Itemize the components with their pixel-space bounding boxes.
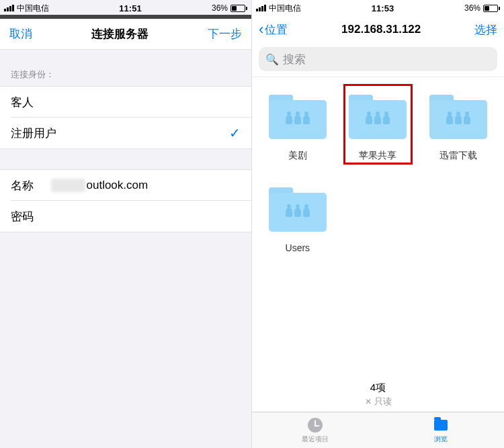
status-bar-right: 中国电信 11:53 36% [252, 0, 504, 15]
back-button[interactable]: ‹ 位置 [259, 22, 288, 38]
search-placeholder: 搜索 [283, 52, 306, 67]
status-bar-left: 中国电信 11:51 36% [0, 0, 251, 15]
tab-browse[interactable]: 浏览 [378, 412, 505, 448]
page-title: 连接服务器 [91, 26, 149, 42]
folder-item-apple-share[interactable]: 苹果共享 [339, 87, 417, 162]
page-title: 192.168.31.122 [341, 23, 421, 36]
folder-label: Users [286, 242, 310, 253]
search-icon: 🔍 [265, 53, 279, 66]
clock-icon [308, 418, 323, 433]
search-container: 🔍 搜索 [252, 44, 504, 77]
time-label: 11:51 [119, 3, 141, 13]
folder-item-meiju[interactable]: 美剧 [259, 87, 337, 162]
chevron-left-icon: ‹ [259, 22, 263, 37]
battery-icon [483, 5, 500, 12]
carrier-label: 中国电信 [17, 3, 49, 14]
x-icon: ✕ [365, 397, 372, 406]
search-input[interactable]: 🔍 搜索 [259, 47, 497, 71]
shared-icon [366, 115, 390, 124]
readonly-text: 只读 [374, 396, 392, 408]
carrier-label: 中国电信 [269, 3, 301, 14]
cancel-button[interactable]: 取消 [9, 26, 32, 42]
name-row[interactable]: 名称 xxxxx outlook.com [0, 170, 251, 201]
phone-right: 中国电信 11:53 36% ‹ 位置 192.168.31.122 选择 🔍 … [252, 0, 504, 448]
tab-label: 最近项目 [302, 435, 329, 444]
back-label: 位置 [265, 22, 288, 38]
folder-icon [349, 95, 407, 139]
next-button[interactable]: 下一步 [208, 26, 242, 42]
folder-tab-icon [434, 420, 448, 431]
name-label: 名称 [11, 178, 51, 193]
folder-grid-area: 美剧 苹果共享 迅雷下载 Users 4项 ✕ 只读 [252, 77, 504, 412]
shared-icon [446, 115, 470, 124]
signal-icon [4, 5, 14, 11]
item-count: 4项 [259, 379, 497, 396]
folder-grid: 美剧 苹果共享 迅雷下载 Users [259, 87, 497, 253]
identity-option-guest[interactable]: 客人 [0, 87, 251, 118]
name-hidden-prefix: xxxxx [51, 179, 85, 192]
folder-icon [429, 95, 487, 139]
folder-label: 迅雷下载 [439, 150, 477, 162]
battery-icon [230, 5, 247, 12]
checkmark-icon: ✓ [229, 125, 241, 141]
identity-option-label: 注册用户 [11, 126, 56, 141]
shared-icon [286, 208, 310, 217]
tab-label: 浏览 [434, 435, 448, 444]
tab-recent[interactable]: 最近项目 [252, 412, 378, 448]
tab-bar: 最近项目 浏览 [252, 412, 504, 448]
identity-list: 客人 注册用户 ✓ [0, 86, 251, 149]
battery-percent: 36% [464, 3, 480, 13]
folder-icon [269, 187, 327, 232]
nav-bar-right: ‹ 位置 192.168.31.122 选择 [252, 15, 504, 44]
name-value: outlook.com [87, 179, 149, 192]
password-row[interactable]: 密码 [0, 201, 251, 232]
identity-option-registered[interactable]: 注册用户 ✓ [0, 118, 251, 148]
identity-option-label: 客人 [11, 95, 34, 110]
folder-icon [269, 95, 327, 139]
signal-icon [256, 5, 266, 11]
section-header-identity: 连接身份： [0, 50, 251, 86]
battery-percent: 36% [212, 3, 228, 13]
folder-item-users[interactable]: Users [259, 179, 337, 253]
phone-left: 中国电信 11:51 36% 取消 连接服务器 下一步 连接身份： 客人 注册用… [0, 0, 252, 448]
credentials-list: 名称 xxxxx outlook.com 密码 [0, 169, 251, 232]
shared-icon [286, 115, 310, 124]
folder-label: 美剧 [288, 150, 307, 162]
folder-label: 苹果共享 [359, 150, 396, 162]
time-label: 11:53 [372, 3, 394, 13]
nav-bar-left: 取消 连接服务器 下一步 [0, 19, 251, 50]
folder-item-xunlei[interactable]: 迅雷下载 [419, 87, 497, 162]
select-button[interactable]: 选择 [474, 22, 497, 38]
readonly-label: ✕ 只读 [259, 396, 497, 412]
password-label: 密码 [11, 209, 51, 224]
